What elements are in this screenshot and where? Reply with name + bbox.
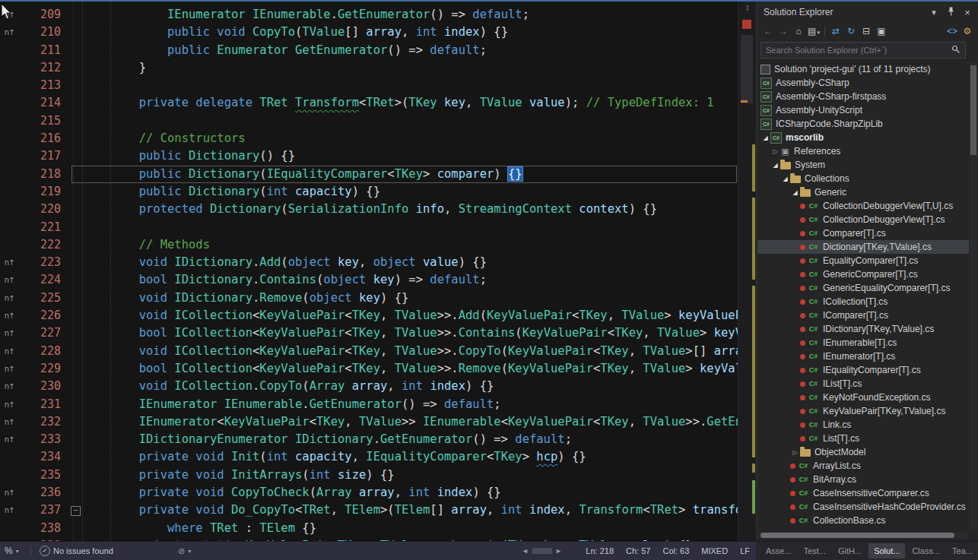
code-line[interactable]: 238 where TRet : TElem {} <box>0 520 738 537</box>
inheritance-margin-icon[interactable]: n↑ <box>0 324 18 342</box>
tool-window-tab[interactable]: Tea... <box>947 543 978 558</box>
tree-item[interactable]: C#Assembly-CSharp-firstpass <box>757 90 969 103</box>
line-number[interactable]: 220 <box>18 201 70 218</box>
inheritance-margin-icon[interactable]: n↑ <box>0 254 18 271</box>
tree-collapsed-arrow-icon[interactable]: ▷ <box>770 148 780 155</box>
properties-icon[interactable]: ⚙ <box>960 26 975 36</box>
code-line[interactable]: n↑231 IEnumerator IEnumerable.GetEnumera… <box>0 396 738 413</box>
code-line[interactable]: 214 private delegate TRet Transform<TRet… <box>0 94 738 112</box>
collapse-all-icon[interactable]: ⊟ <box>859 26 874 36</box>
tree-item[interactable]: ◢Generic <box>757 185 969 199</box>
inheritance-margin-icon[interactable]: n↑ <box>0 378 18 395</box>
line-number[interactable]: 235 <box>18 467 70 484</box>
tree-item[interactable]: C#List[T].cs <box>757 432 969 445</box>
line-number[interactable]: 212 <box>18 59 70 77</box>
line-number[interactable]: 214 <box>18 94 70 112</box>
tree-item[interactable]: C#CollectionBase.cs <box>757 514 969 527</box>
tree-item[interactable]: ◢Collections <box>757 172 969 185</box>
tree-item[interactable]: C#IList[T].cs <box>757 377 969 391</box>
tree-item[interactable]: C#ICSharpCode.SharpZipLib <box>757 117 969 131</box>
code-line[interactable]: n↑237– private void Do_CopyTo<TRet, TEle… <box>0 501 738 519</box>
tool-window-tab[interactable]: Test... <box>799 543 831 558</box>
code-line[interactable]: n↑210 public void CopyTo(TValue[] array,… <box>0 24 738 41</box>
line-number[interactable]: 211 <box>18 42 70 59</box>
tree-item[interactable]: C#ArrayList.cs <box>757 459 969 473</box>
panel-horizontal-scrollbar[interactable] <box>759 532 967 539</box>
panel-vertical-scrollbar[interactable] <box>970 62 977 529</box>
back-icon[interactable]: ← <box>760 26 776 36</box>
code-line[interactable]: 219 public Dictionary(int capacity) {} <box>0 183 738 201</box>
pin-icon[interactable] <box>945 7 957 17</box>
code-line[interactable]: 212 } <box>0 59 738 77</box>
line-number[interactable]: 221 <box>18 219 70 236</box>
tree-item[interactable]: C#CollectionDebuggerView[T,U].cs <box>757 199 969 213</box>
inheritance-margin-icon[interactable]: n↑ <box>0 289 18 307</box>
tree-item[interactable]: C#IDictionary[TKey,TValue].cs <box>757 322 969 336</box>
tree-item[interactable]: C#EqualityComparer[T].cs <box>757 254 969 267</box>
tree-item[interactable]: C#KeyValuePair[TKey,TValue].cs <box>757 404 969 418</box>
code-line[interactable]: n↑228 void ICollection<KeyValuePair<TKey… <box>0 343 738 360</box>
code-line[interactable]: 221 <box>0 219 738 236</box>
line-number[interactable]: 229 <box>18 360 70 378</box>
line-number[interactable]: 233 <box>18 431 70 448</box>
tree-item[interactable]: ▷▣References <box>757 144 969 158</box>
line-number[interactable]: 232 <box>18 413 70 431</box>
tree-item[interactable]: Solution 'project-gui' (11 of 11 project… <box>757 62 969 76</box>
inheritance-margin-icon[interactable]: n↑ <box>0 413 18 431</box>
code-line[interactable]: n↑232 IEnumerator<KeyValuePair<TKey, TVa… <box>0 413 738 431</box>
tree-item[interactable]: C#ICollection[T].cs <box>757 295 969 308</box>
inheritance-margin-icon[interactable]: n↑ <box>0 360 18 378</box>
search-input[interactable]: Search Solution Explorer (Ctrl+`) <box>760 42 966 59</box>
home-icon[interactable]: ⌂ <box>791 26 806 36</box>
tool-window-tab[interactable]: Class... <box>907 543 945 558</box>
horizontal-scrollbar-thumb[interactable] <box>532 548 552 554</box>
tree-item[interactable]: C#CollectionDebuggerView[T].cs <box>757 213 969 226</box>
scrollbar-thumb[interactable] <box>760 533 954 538</box>
tree-item[interactable]: ▷ObjectModel <box>757 445 969 459</box>
tree-item[interactable]: C#Assembly-UnityScript <box>757 103 969 117</box>
tool-window-tab[interactable]: GitH... <box>833 543 867 558</box>
tree-collapsed-arrow-icon[interactable]: ▷ <box>790 449 800 456</box>
line-number[interactable]: 228 <box>18 343 70 360</box>
tree-item[interactable]: C#CaseInsensitiveComparer.cs <box>757 486 969 500</box>
tree-item[interactable]: ◢C#mscorlib <box>757 131 969 144</box>
tree-item[interactable]: C#IEnumerator[T].cs <box>757 350 969 363</box>
code-line[interactable]: n↑225 void IDictionary.Remove(object key… <box>0 289 738 307</box>
tree-item[interactable]: C#CaseInsensitiveHashCodeProvider.cs <box>757 500 969 514</box>
line-number[interactable]: 227 <box>18 324 70 342</box>
tree-item[interactable]: ◢System <box>757 158 969 172</box>
inheritance-margin-icon[interactable]: n↑ <box>0 484 18 501</box>
search-icon[interactable] <box>951 43 961 57</box>
tree-expanded-arrow-icon[interactable]: ◢ <box>760 134 770 141</box>
code-line[interactable]: n↑209 IEnumerator IEnumerable.GetEnumera… <box>0 6 738 24</box>
inheritance-margin-icon[interactable]: n↑ <box>0 431 18 448</box>
code-line[interactable]: n↑224 bool IDictionary.Contains(object k… <box>0 271 738 289</box>
line-number[interactable]: 225 <box>18 289 70 307</box>
code-line[interactable]: 222 // Methods <box>0 236 738 254</box>
line-number[interactable]: 217 <box>18 147 70 165</box>
refresh-icon[interactable]: ↻ <box>843 26 859 36</box>
tree-item[interactable]: C#KeyNotFoundException.cs <box>757 391 969 404</box>
code-line[interactable]: 234 private void Init(int capacity, IEqu… <box>0 448 738 466</box>
line-number[interactable]: 237 <box>18 501 70 519</box>
tree-expanded-arrow-icon[interactable]: ◢ <box>790 189 800 196</box>
code-line[interactable]: n↑226 void ICollection<KeyValuePair<TKey… <box>0 307 738 324</box>
line-number[interactable]: 230 <box>18 378 70 395</box>
chevron-down-icon[interactable]: ▾ <box>188 548 191 555</box>
code-line[interactable]: n↑236 private void CopyToCheck(Array arr… <box>0 484 738 501</box>
code-line[interactable]: 220 protected Dictionary(SerializationIn… <box>0 201 738 218</box>
tree-item[interactable]: C#IEqualityComparer[T].cs <box>757 363 969 377</box>
line-number[interactable]: 231 <box>18 396 70 413</box>
tree-item[interactable]: C#GenericComparer[T].cs <box>757 267 969 281</box>
tree-item[interactable]: C#Dictionary[TKey,TValue].cs <box>757 240 969 254</box>
tool-window-tab[interactable]: Asse... <box>760 543 797 558</box>
line-number[interactable]: 224 <box>18 271 70 289</box>
line-number[interactable]: 238 <box>18 520 70 537</box>
scrollbar-thumb[interactable] <box>741 35 753 103</box>
inheritance-margin-icon[interactable]: n↑ <box>0 24 18 41</box>
inheritance-margin-icon[interactable]: n↑ <box>0 271 18 289</box>
splitter-handle-icon[interactable]: ↕ <box>738 2 757 11</box>
code-editor[interactable]: n↑209 IEnumerator IEnumerable.GetEnumera… <box>0 2 738 541</box>
code-line[interactable]: 218 public Dictionary(IEqualityComparer<… <box>0 166 738 183</box>
tree-item[interactable]: C#Assembly-CSharp <box>757 76 969 90</box>
